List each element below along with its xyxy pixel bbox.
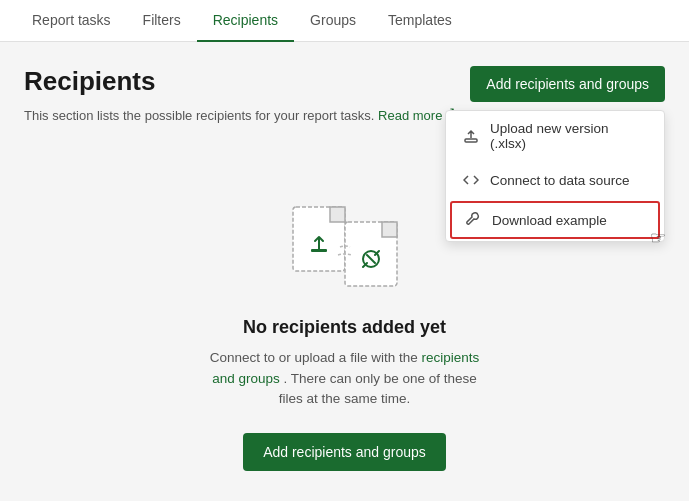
dropdown-connect[interactable]: Connect to data source bbox=[446, 161, 664, 199]
subtitle: This section lists the possible recipien… bbox=[24, 105, 455, 123]
dropdown-download-label: Download example bbox=[492, 213, 607, 228]
wrench-icon bbox=[464, 211, 482, 229]
dropdown-connect-label: Connect to data source bbox=[490, 173, 630, 188]
svg-rect-0 bbox=[465, 139, 477, 142]
dropdown-menu: Upload new version (.xlsx) Connect to da… bbox=[445, 110, 665, 242]
svg-rect-3 bbox=[311, 249, 327, 252]
header-row: Recipients This section lists the possib… bbox=[24, 66, 665, 147]
header-left: Recipients This section lists the possib… bbox=[24, 66, 455, 147]
add-recipients-button[interactable]: Add recipients and groups bbox=[470, 66, 665, 102]
read-more-link[interactable]: Read more ↗ bbox=[378, 108, 455, 123]
nav-templates[interactable]: Templates bbox=[372, 0, 468, 42]
nav-groups[interactable]: Groups bbox=[294, 0, 372, 42]
nav-report-tasks[interactable]: Report tasks bbox=[16, 0, 127, 42]
button-area: Add recipients and groups Upload new ver… bbox=[470, 66, 665, 102]
main-content: Recipients This section lists the possib… bbox=[0, 42, 689, 501]
dropdown-download[interactable]: Download example ☞ bbox=[450, 201, 660, 239]
add-recipients-center-button[interactable]: Add recipients and groups bbox=[243, 433, 446, 471]
empty-state-desc: Connect to or upload a file with the rec… bbox=[205, 348, 485, 409]
empty-illustration bbox=[275, 187, 415, 297]
empty-state-title: No recipients added yet bbox=[243, 317, 446, 338]
upload-icon bbox=[462, 127, 480, 145]
svg-rect-5 bbox=[382, 222, 397, 237]
nav-recipients[interactable]: Recipients bbox=[197, 0, 294, 42]
dropdown-upload-label: Upload new version (.xlsx) bbox=[490, 121, 648, 151]
svg-rect-2 bbox=[330, 207, 345, 222]
code-icon bbox=[462, 171, 480, 189]
dropdown-upload[interactable]: Upload new version (.xlsx) bbox=[446, 111, 664, 161]
page-title: Recipients bbox=[24, 66, 455, 97]
nav-filters[interactable]: Filters bbox=[127, 0, 197, 42]
top-nav: Report tasks Filters Recipients Groups T… bbox=[0, 0, 689, 42]
